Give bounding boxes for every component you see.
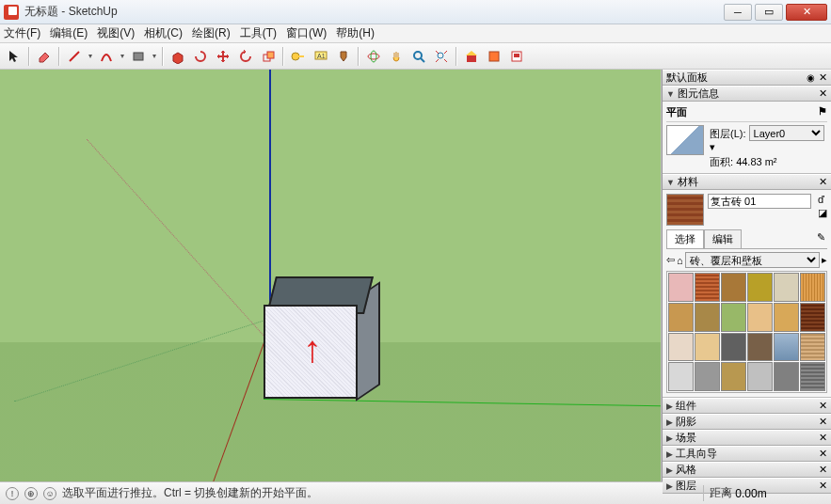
extension-icon[interactable]: [484, 46, 504, 67]
face-thumbnail-icon[interactable]: [666, 125, 704, 155]
menu-draw[interactable]: 绘图(R): [192, 25, 231, 41]
rect-dropdown-icon[interactable]: ▾: [151, 52, 158, 60]
svg-point-9: [414, 52, 422, 59]
viewport-3d[interactable]: ↑: [0, 70, 662, 481]
material-swatch-icon[interactable]: [666, 194, 704, 226]
status-user-icon[interactable]: ☺: [43, 487, 56, 500]
swatch[interactable]: [695, 273, 720, 302]
swatch[interactable]: [747, 333, 773, 362]
swatch[interactable]: [668, 333, 694, 362]
layer-label: 图层(L):: [710, 127, 746, 141]
menu-edit[interactable]: 编辑(E): [50, 25, 88, 41]
swatch[interactable]: [774, 333, 799, 362]
swatch[interactable]: [721, 273, 746, 302]
panel-scenes-header[interactable]: ▶场景✕: [663, 430, 831, 446]
menu-camera[interactable]: 相机(C): [144, 25, 183, 41]
entity-type-label: 平面: [666, 105, 687, 119]
menu-view[interactable]: 视图(V): [97, 25, 135, 41]
move-tool-icon[interactable]: [213, 46, 233, 67]
swatch[interactable]: [800, 273, 825, 302]
default-material-icon[interactable]: ◪: [818, 207, 827, 219]
pushpull-tool-icon[interactable]: [168, 46, 188, 67]
scale-tool-icon[interactable]: [258, 46, 279, 67]
layout-icon[interactable]: [506, 46, 527, 67]
tray-pin-icon[interactable]: ◉: [807, 72, 815, 83]
tray-title[interactable]: 默认面板 ◉ ✕: [663, 70, 831, 86]
menu-tools[interactable]: 工具(T): [240, 25, 277, 41]
layer-dropdown-icon[interactable]: ▾: [710, 141, 715, 152]
orbit-tool-icon[interactable]: [363, 46, 384, 67]
dimension-input[interactable]: [735, 487, 801, 500]
swatch[interactable]: [747, 273, 773, 302]
swatch[interactable]: [668, 303, 694, 332]
swatch[interactable]: [668, 362, 694, 391]
swatch[interactable]: [721, 362, 746, 391]
swatch[interactable]: [774, 362, 799, 391]
menu-window[interactable]: 窗口(W): [286, 25, 327, 41]
tab-select[interactable]: 选择: [666, 229, 704, 248]
eyedropper-icon[interactable]: ✎: [815, 229, 827, 248]
swatch[interactable]: [747, 362, 773, 391]
panel-materials-header[interactable]: ▼材料✕: [663, 174, 831, 190]
panel-shadows-header[interactable]: ▶阴影✕: [663, 414, 831, 430]
swatch[interactable]: [800, 303, 825, 332]
swatch[interactable]: [721, 333, 746, 362]
text-tool-icon[interactable]: A1: [311, 46, 331, 67]
panel-components-header[interactable]: ▶组件✕: [663, 398, 831, 414]
arc-dropdown-icon[interactable]: ▾: [119, 52, 126, 60]
close-button[interactable]: ✕: [786, 4, 827, 21]
swatch[interactable]: [800, 333, 825, 362]
swatch[interactable]: [695, 303, 720, 332]
zoom-tool-icon[interactable]: [408, 46, 429, 67]
menu-help[interactable]: 帮助(H): [336, 25, 375, 41]
mat-home-icon[interactable]: ⌂: [677, 255, 683, 266]
svg-point-3: [292, 53, 299, 60]
offset-tool-icon[interactable]: [190, 46, 211, 67]
tape-tool-icon[interactable]: [288, 46, 309, 67]
material-category-select[interactable]: 砖、覆层和壁板: [685, 252, 820, 268]
swatch[interactable]: [695, 333, 720, 362]
model-box[interactable]: ↑: [264, 276, 376, 399]
pushpull-arrow-icon: ↑: [303, 328, 322, 370]
status-info-icon[interactable]: !: [6, 487, 19, 500]
swatch[interactable]: [774, 303, 799, 332]
tray-close-icon[interactable]: ✕: [819, 71, 827, 84]
swatch[interactable]: [747, 303, 773, 332]
swatch[interactable]: [668, 273, 694, 302]
line-dropdown-icon[interactable]: ▾: [87, 52, 94, 60]
panel-styles-header[interactable]: ▶风格✕: [663, 462, 831, 478]
arc-tool-icon[interactable]: [96, 46, 117, 67]
mat-back-icon[interactable]: ⇦: [666, 254, 675, 266]
create-material-icon[interactable]: ď: [818, 194, 827, 205]
rotate-tool-icon[interactable]: [235, 46, 256, 67]
paint-tool-icon[interactable]: [333, 46, 354, 67]
warehouse-icon[interactable]: [461, 46, 482, 67]
rect-tool-icon[interactable]: [128, 46, 149, 67]
swatch[interactable]: [695, 362, 720, 391]
panel-entity-info: 平面 ⚑ 图层(L): Layer0 ▾ 面积: 44.83 m²: [663, 102, 831, 174]
status-hint: 选取平面进行推拉。Ctrl = 切换创建新的开始平面。: [62, 485, 318, 501]
material-name-input[interactable]: [708, 194, 811, 209]
titlebar: 无标题 - SketchUp ─ ▭ ✕: [0, 0, 831, 24]
svg-rect-2: [267, 52, 274, 58]
layer-select[interactable]: Layer0: [749, 125, 824, 141]
menu-file[interactable]: 文件(F): [4, 25, 40, 41]
tab-edit[interactable]: 编辑: [704, 229, 742, 248]
swatch[interactable]: [721, 303, 746, 332]
minimize-button[interactable]: ─: [724, 4, 752, 21]
panel-instructor-header[interactable]: ▶工具向导✕: [663, 446, 831, 462]
zoom-extents-icon[interactable]: [431, 46, 452, 67]
svg-rect-12: [489, 52, 499, 61]
status-geo-icon[interactable]: ⊕: [24, 487, 38, 500]
eraser-tool-icon[interactable]: [34, 46, 55, 67]
select-tool-icon[interactable]: [4, 46, 24, 67]
entity-flag-icon[interactable]: ⚑: [818, 105, 827, 119]
pan-tool-icon[interactable]: [386, 46, 407, 67]
svg-text:A1: A1: [317, 53, 326, 59]
panel-entity-info-header[interactable]: ▼图元信息✕: [663, 86, 831, 102]
line-tool-icon[interactable]: [64, 46, 85, 67]
swatch[interactable]: [774, 273, 799, 302]
maximize-button[interactable]: ▭: [755, 4, 783, 21]
mat-menu-icon[interactable]: ▸: [822, 254, 827, 266]
swatch[interactable]: [800, 362, 825, 391]
